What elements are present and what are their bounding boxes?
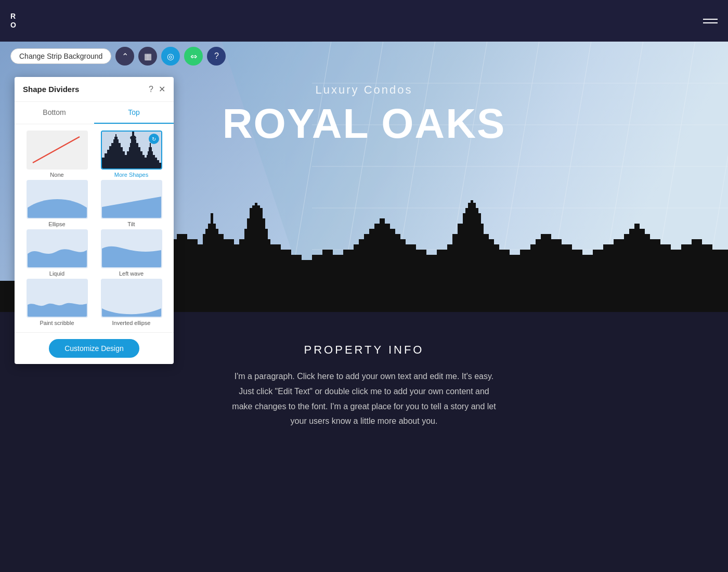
panel-help-icon[interactable]: ?: [149, 85, 153, 94]
change-strip-background-button[interactable]: Change Strip Background: [10, 48, 111, 64]
toolbar: Change Strip Background ⌃ ▦ ◎ ⇔ ?: [10, 47, 226, 66]
question-icon: ?: [214, 51, 219, 61]
target-icon: ◎: [167, 51, 174, 61]
panel-title: Shape Dividers: [23, 85, 79, 94]
tab-bottom[interactable]: Bottom: [15, 102, 94, 124]
target-button[interactable]: ◎: [161, 47, 180, 66]
svg-line-16: [33, 137, 80, 163]
shape-item-paint-scribble[interactable]: Paint scribble: [21, 279, 93, 326]
shape-label-tilt: Tilt: [127, 221, 135, 227]
info-text: I'm a paragraph. Click here to add your …: [229, 369, 499, 429]
grid-button[interactable]: ▦: [138, 47, 157, 66]
top-bar: R O: [0, 0, 728, 42]
panel-footer: Customize Design: [15, 332, 174, 364]
shape-label-more-shapes: More Shapes: [114, 172, 148, 178]
hero-text-container: Luxury Condos ROYAL OAKS: [182, 83, 546, 145]
move-up-button[interactable]: ⌃: [115, 47, 134, 66]
shape-item-more-shapes[interactable]: ↻ More Shapes: [95, 131, 167, 178]
shape-preview-left-wave: [101, 229, 162, 268]
shape-preview-inverted-ellipse: [101, 279, 162, 318]
panel-header: Shape Dividers ? ✕: [15, 77, 174, 102]
chevron-up-icon: ⌃: [122, 51, 128, 61]
shape-preview-paint-scribble: [27, 279, 88, 318]
customize-design-button[interactable]: Customize Design: [49, 339, 139, 358]
skyline-refresh-icon[interactable]: ↻: [149, 134, 159, 144]
shape-item-inverted-ellipse[interactable]: Inverted ellipse: [95, 279, 167, 326]
shape-label-inverted-ellipse: Inverted ellipse: [112, 320, 151, 326]
shape-item-tilt[interactable]: Tilt: [95, 180, 167, 227]
hero-title: ROYAL OAKS: [182, 103, 546, 145]
shape-dividers-panel: Shape Dividers ? ✕ Bottom Top None: [15, 77, 174, 364]
svg-point-19: [130, 136, 136, 140]
flip-button[interactable]: ⇔: [184, 47, 203, 66]
shape-item-liquid[interactable]: Liquid: [21, 229, 93, 277]
shape-preview-liquid: [27, 229, 88, 268]
shape-preview-none: [27, 131, 88, 170]
shape-preview-tilt: [101, 180, 162, 219]
svg-rect-26: [102, 280, 161, 317]
shape-label-paint-scribble: Paint scribble: [40, 320, 74, 326]
panel-header-icons: ? ✕: [149, 84, 165, 94]
shape-item-ellipse[interactable]: Ellipse: [21, 180, 93, 227]
shapes-grid: None ↻ More Shapes: [15, 124, 174, 332]
logo: R O: [10, 12, 16, 30]
shape-item-left-wave[interactable]: Left wave: [95, 229, 167, 277]
grid-icon: ▦: [144, 51, 152, 61]
hamburger-menu[interactable]: [703, 19, 718, 23]
tab-top[interactable]: Top: [94, 102, 174, 124]
shape-label-liquid: Liquid: [49, 270, 64, 277]
shape-item-none[interactable]: None: [21, 131, 93, 178]
logo-line2: O: [10, 21, 16, 30]
shape-preview-ellipse: [27, 180, 88, 219]
panel-tabs: Bottom Top: [15, 102, 174, 124]
hero-subtitle: Luxury Condos: [182, 83, 546, 97]
shape-label-none: None: [50, 172, 63, 178]
help-button[interactable]: ?: [207, 47, 226, 66]
flip-icon: ⇔: [190, 51, 197, 61]
shape-label-ellipse: Ellipse: [48, 221, 65, 227]
shape-label-left-wave: Left wave: [119, 270, 144, 277]
shape-preview-more-shapes: ↻: [101, 131, 162, 170]
logo-line1: R: [10, 12, 16, 21]
panel-close-icon[interactable]: ✕: [159, 84, 165, 94]
